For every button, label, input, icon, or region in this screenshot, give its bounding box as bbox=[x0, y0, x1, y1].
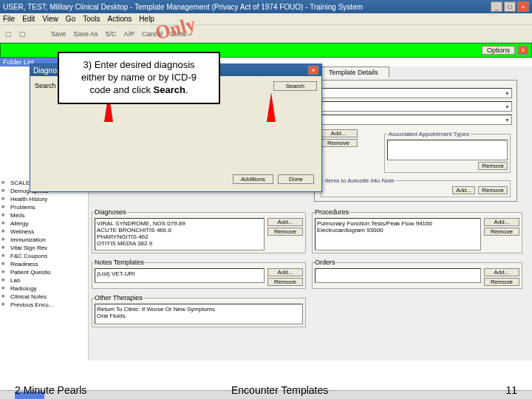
add-button-upper[interactable]: Add... bbox=[319, 129, 358, 137]
greenbar-close-icon[interactable]: × bbox=[518, 46, 528, 55]
maximize-button[interactable]: □ bbox=[504, 1, 516, 12]
procedures-list[interactable]: Pulmonary Function Tests/Peak Flow 94160… bbox=[315, 218, 481, 250]
close-button[interactable]: × bbox=[517, 1, 529, 12]
autocite-label: Items to Autocite into Note bbox=[324, 177, 395, 184]
diagnoses-legend: Diagnoses bbox=[95, 208, 126, 216]
window-titlebar: USER, TEST; Military Clinical Desktop - … bbox=[0, 0, 532, 13]
diagnoses-add-button[interactable]: Add... bbox=[267, 218, 303, 226]
window-title: USER, TEST; Military Clinical Desktop - … bbox=[3, 3, 363, 11]
orders-legend: Orders bbox=[315, 259, 335, 266]
slide-footer: 2 Minute Pearls Encounter Templates 11 bbox=[0, 384, 532, 396]
diagnosis-item[interactable]: VIRAL SYNDROME, NOS 079.89 bbox=[97, 220, 262, 227]
menu-go[interactable]: Go bbox=[66, 15, 75, 23]
callout-line: 3) Enter desired diagnosis bbox=[66, 59, 211, 72]
remove-button-upper[interactable]: Remove bbox=[319, 139, 358, 147]
other-item[interactable]: Oral Fluids bbox=[97, 313, 301, 319]
other-legend: Other Therapies bbox=[95, 294, 143, 301]
procedure-item[interactable]: Electrocardiogram 93000 bbox=[317, 227, 479, 233]
tree-item[interactable]: Previous Enco... bbox=[1, 301, 86, 309]
additions-button[interactable]: Additions bbox=[233, 174, 273, 184]
main-toolbar: ▢ ▢ Save Save As S/C A/P Cancel Close bbox=[0, 25, 532, 43]
instruction-callout: 3) Enter desired diagnosis either by nam… bbox=[58, 52, 220, 104]
main-menubar: File Edit View Go Tools Actions Help bbox=[0, 13, 532, 25]
tool-save[interactable]: Save bbox=[49, 30, 69, 38]
tree-item[interactable]: Clinical Notes bbox=[1, 293, 86, 301]
assoc-types-list[interactable] bbox=[387, 140, 508, 160]
detail-dropdown-2[interactable] bbox=[319, 101, 512, 112]
notes-item[interactable]: (List) VET-URI bbox=[97, 270, 262, 277]
orders-remove-button[interactable]: Remove bbox=[484, 278, 519, 286]
callout-line: either by name or by ICD-9 bbox=[66, 72, 211, 84]
remove-button-assoc[interactable]: Remove bbox=[478, 162, 508, 170]
orders-add-button[interactable]: Add... bbox=[484, 268, 519, 276]
minimize-button[interactable]: _ bbox=[491, 1, 502, 12]
other-item[interactable]: Return To Clinic: If Worse Or New Sympto… bbox=[97, 306, 301, 313]
remove-button-autocite[interactable]: Remove bbox=[478, 186, 508, 194]
footer-left: 2 Minute Pearls bbox=[15, 384, 86, 396]
tool-saveas[interactable]: Save As bbox=[72, 30, 100, 38]
arrow-indicator-2 bbox=[267, 92, 276, 122]
tree-item[interactable]: Meds bbox=[1, 211, 86, 219]
footer-page-number: 11 bbox=[473, 384, 517, 396]
tool-cancel[interactable]: Cancel bbox=[140, 30, 165, 38]
tab-template-details[interactable]: Template Details bbox=[318, 66, 389, 78]
procedures-remove-button[interactable]: Remove bbox=[484, 228, 519, 236]
tree-item[interactable]: Problems bbox=[1, 203, 86, 211]
menu-file[interactable]: File bbox=[3, 15, 15, 23]
notes-list[interactable]: (List) VET-URI bbox=[95, 268, 265, 283]
tree-item[interactable]: Immunization bbox=[1, 236, 86, 244]
diagnosis-item[interactable]: PHARYNGITIS 462 bbox=[97, 233, 262, 240]
diagnoses-remove-button[interactable]: Remove bbox=[267, 228, 303, 236]
done-button[interactable]: Done bbox=[278, 174, 314, 184]
tool-generic-1[interactable]: ▢ bbox=[3, 30, 14, 38]
procedures-legend: Procedures bbox=[315, 208, 349, 216]
tree-item[interactable]: Lab bbox=[1, 276, 86, 284]
menu-tools[interactable]: Tools bbox=[83, 15, 100, 23]
menu-help[interactable]: Help bbox=[139, 15, 154, 23]
tree-item[interactable]: Patient Questio bbox=[1, 268, 86, 276]
dialog-close-icon[interactable]: × bbox=[308, 66, 318, 75]
tool-generic-2[interactable]: ▢ bbox=[17, 30, 28, 38]
options-button[interactable]: Options bbox=[482, 46, 515, 55]
notes-add-button[interactable]: Add... bbox=[267, 268, 303, 276]
orders-list[interactable] bbox=[315, 268, 481, 283]
callout-line: code and click Search. bbox=[66, 84, 211, 97]
assoc-types-label: Associated Appointment Types bbox=[387, 131, 471, 137]
menu-view[interactable]: View bbox=[42, 15, 58, 23]
tree-item[interactable]: Vital Sign Rev bbox=[1, 244, 86, 252]
tree-item[interactable]: F&C Coupons bbox=[1, 252, 86, 260]
procedures-add-button[interactable]: Add... bbox=[484, 218, 519, 226]
diagnoses-list[interactable]: VIRAL SYNDROME, NOS 079.89 ACUTE BRONCHI… bbox=[95, 218, 265, 250]
tree-item[interactable]: Radiology bbox=[1, 284, 86, 293]
add-button-autocite[interactable]: Add... bbox=[452, 186, 475, 194]
tree-item[interactable]: Wellness bbox=[1, 228, 86, 236]
other-list[interactable]: Return To Clinic: If Worse Or New Sympto… bbox=[95, 304, 303, 324]
tree-item[interactable]: Allergy bbox=[1, 219, 86, 228]
menu-edit[interactable]: Edit bbox=[22, 15, 35, 23]
tree-item[interactable]: Readiness bbox=[1, 260, 86, 268]
notes-remove-button[interactable]: Remove bbox=[267, 278, 303, 286]
notes-legend: Notes Templates bbox=[95, 259, 144, 266]
tool-sc[interactable]: S/C bbox=[103, 30, 119, 38]
diagnosis-item[interactable]: ACUTE BRONCHITIS 466.0 bbox=[97, 227, 262, 233]
search-button[interactable]: Search bbox=[273, 81, 317, 91]
detail-dropdown-3[interactable] bbox=[319, 115, 512, 125]
tool-close[interactable]: Close bbox=[168, 30, 189, 38]
detail-dropdown-1[interactable] bbox=[319, 88, 512, 98]
diagnosis-item[interactable]: OTITIS MEDIA 382.9 bbox=[97, 240, 262, 247]
menu-actions[interactable]: Actions bbox=[108, 15, 132, 23]
footer-center: Encounter Templates bbox=[231, 384, 328, 396]
procedure-item[interactable]: Pulmonary Function Tests/Peak Flow 94160 bbox=[317, 220, 479, 227]
tool-ap[interactable]: A/P bbox=[122, 30, 137, 38]
tree-item[interactable]: Health History bbox=[1, 195, 86, 203]
